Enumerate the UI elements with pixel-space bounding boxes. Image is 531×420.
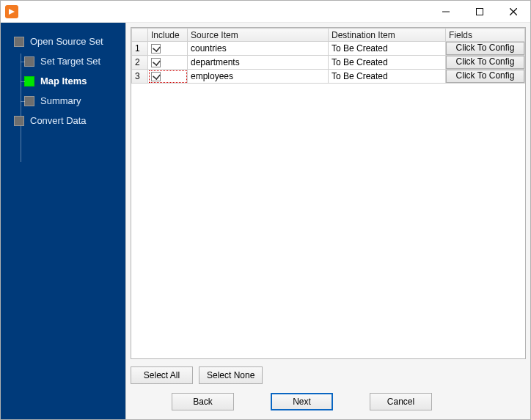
select-none-button[interactable]: Select None	[199, 366, 263, 384]
sidebar-item-summary[interactable]: Summary	[1, 91, 125, 111]
step-label: Map Items	[40, 75, 87, 86]
include-checkbox[interactable]	[151, 72, 161, 81]
close-button[interactable]	[497, 1, 530, 22]
step-box-icon	[14, 116, 24, 126]
back-button[interactable]: Back	[172, 393, 234, 410]
sidebar-item-map-items[interactable]: Map Items	[1, 71, 125, 91]
next-button[interactable]: Next	[271, 393, 333, 410]
step-box-icon	[14, 37, 24, 47]
sidebar-item-set-target-set[interactable]: Set Target Set	[1, 51, 125, 71]
include-header[interactable]: Include	[148, 29, 188, 42]
source-item-cell[interactable]: countries	[188, 42, 329, 56]
table-row: 2 departments To Be Created Click To Con…	[132, 56, 525, 70]
row-number: 2	[132, 56, 148, 70]
main-panel: Include Source Item Destination Item Fie…	[125, 23, 530, 419]
source-item-cell[interactable]: employees	[188, 70, 329, 84]
destination-item-cell[interactable]: To Be Created	[329, 70, 446, 84]
maximize-button[interactable]	[463, 1, 497, 22]
minimize-button[interactable]	[429, 1, 463, 22]
app-window: Open Source Set Set Target Set Map Items…	[0, 0, 531, 420]
fields-config-button[interactable]: Click To Config	[446, 56, 524, 69]
source-item-cell[interactable]: departments	[188, 56, 329, 70]
source-item-header[interactable]: Source Item	[188, 29, 329, 42]
step-label: Convert Data	[30, 115, 87, 126]
row-number: 1	[132, 42, 148, 56]
table-row: 1 countries To Be Created Click To Confi…	[132, 42, 525, 56]
fields-config-button[interactable]: Click To Config	[446, 70, 524, 83]
table-row: 3 employees To Be Created Click To Confi…	[132, 70, 525, 84]
row-number-header	[132, 29, 148, 42]
include-cell[interactable]	[148, 56, 188, 70]
include-cell[interactable]	[148, 42, 188, 56]
svg-rect-1	[477, 8, 483, 15]
step-box-icon	[24, 56, 34, 67]
select-all-button[interactable]: Select All	[131, 366, 193, 384]
destination-item-cell[interactable]: To Be Created	[329, 42, 446, 56]
app-icon	[5, 5, 18, 18]
items-grid: Include Source Item Destination Item Fie…	[131, 28, 525, 84]
window-controls	[429, 1, 530, 22]
step-label: Set Target Set	[40, 56, 100, 67]
wizard-sidebar: Open Source Set Set Target Set Map Items…	[1, 23, 125, 419]
cancel-button[interactable]: Cancel	[370, 393, 432, 410]
step-box-icon	[24, 96, 34, 106]
step-label: Open Source Set	[30, 36, 103, 47]
selection-buttons: Select All Select None	[126, 364, 530, 386]
row-number: 3	[132, 70, 148, 84]
items-grid-container: Include Source Item Destination Item Fie…	[131, 27, 526, 359]
titlebar	[1, 1, 530, 23]
sidebar-item-open-source-set[interactable]: Open Source Set	[1, 32, 125, 51]
wizard-nav-buttons: Back Next Cancel	[126, 386, 530, 419]
fields-config-button[interactable]: Click To Config	[446, 42, 524, 55]
step-label: Summary	[40, 95, 81, 106]
fields-header[interactable]: Fields	[446, 29, 525, 42]
step-box-icon	[24, 76, 34, 86]
destination-item-header[interactable]: Destination Item	[329, 29, 446, 42]
include-checkbox[interactable]	[151, 58, 161, 67]
include-cell[interactable]	[148, 70, 188, 84]
sidebar-item-convert-data[interactable]: Convert Data	[1, 111, 125, 130]
include-checkbox[interactable]	[151, 44, 161, 54]
destination-item-cell[interactable]: To Be Created	[329, 56, 446, 70]
